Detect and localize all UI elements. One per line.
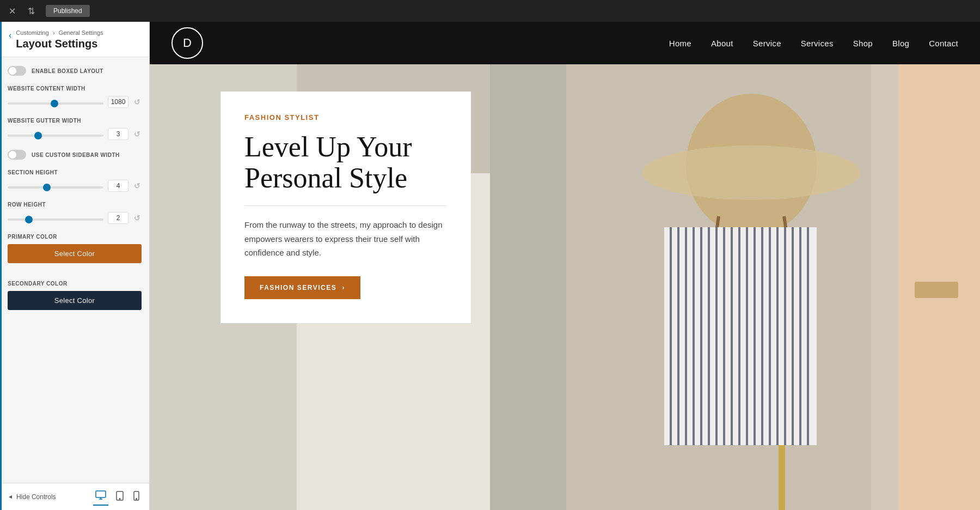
sidebar-header-text: Customizing › General Settings Layout Se… [16, 29, 140, 50]
hero-title: Level Up Your Personal Style [244, 131, 447, 193]
desktop-icon [95, 490, 106, 500]
sidebar-active-indicator [0, 22, 2, 510]
content-width-slider-wrapper [8, 97, 103, 107]
breadcrumb-child: General Settings [59, 29, 103, 36]
svg-rect-29 [761, 227, 763, 445]
secondary-color-button[interactable]: Select Color [8, 291, 142, 310]
hide-controls-arrow-icon: ◄ [8, 494, 13, 500]
svg-rect-33 [792, 227, 794, 445]
enable-boxed-toggle[interactable] [8, 66, 26, 76]
primary-color-button[interactable]: Select Color [8, 244, 142, 263]
svg-rect-19 [685, 227, 687, 445]
svg-point-15 [642, 145, 860, 200]
secondary-color-label: SECONDARY COLOR [8, 281, 142, 287]
nav-blog[interactable]: Blog [892, 39, 909, 48]
svg-point-4 [119, 498, 120, 499]
content-width-label: WEBSITE CONTENT WIDTH [8, 86, 142, 92]
logo-letter: D [183, 36, 192, 50]
back-button[interactable]: ‹ [9, 31, 11, 40]
content-width-group: WEBSITE CONTENT WIDTH 1080 ↺ [8, 86, 142, 108]
row-height-label: ROW HEIGHT [8, 202, 142, 208]
enable-boxed-label: ENABLE BOXED LAYOUT [32, 68, 103, 74]
sidebar-panel: ‹ Customizing › General Settings Layout … [0, 22, 150, 510]
nav-contact[interactable]: Contact [929, 39, 958, 48]
nav-shop[interactable]: Shop [853, 39, 873, 48]
custom-sidebar-label: USE CUSTOM SIDEBAR WIDTH [32, 152, 120, 158]
gutter-width-input[interactable]: 3 [108, 128, 128, 140]
secondary-color-group: SECONDARY COLOR Select Color [8, 281, 142, 318]
row-height-input[interactable]: 2 [108, 212, 128, 224]
desktop-view-button[interactable] [93, 488, 108, 506]
row-height-group: ROW HEIGHT 2 ↺ [8, 202, 142, 224]
content-width-input[interactable]: 1080 [108, 96, 128, 108]
svg-rect-24 [723, 227, 725, 445]
sidebar-content: ENABLE BOXED LAYOUT WEBSITE CONTENT WIDT… [0, 57, 149, 483]
svg-rect-25 [731, 227, 733, 445]
hero-title-line2: Personal Style [244, 162, 407, 193]
sidebar-bottom-bar: ◄ Hide Controls [0, 483, 149, 510]
primary-color-label: PRIMARY COLOR [8, 234, 142, 240]
row-height-slider-wrapper [8, 213, 103, 223]
hero-card: FASHION STYLIST Level Up Your Personal S… [220, 92, 471, 323]
arrows-button[interactable]: ⇅ [24, 4, 38, 19]
hero-divider [244, 205, 447, 206]
section-height-input[interactable]: 4 [108, 180, 128, 192]
hero-photo-area [490, 64, 980, 510]
gutter-width-slider-row: 3 ↺ [8, 128, 142, 140]
site-logo: D [171, 27, 203, 59]
sidebar-header: ‹ Customizing › General Settings Layout … [0, 22, 149, 57]
section-height-label: SECTION HEIGHT [8, 169, 142, 175]
published-button[interactable]: Published [46, 5, 90, 17]
section-height-slider[interactable] [8, 186, 103, 189]
page-title: Layout Settings [16, 38, 140, 50]
custom-sidebar-toggle-row: USE CUSTOM SIDEBAR WIDTH [8, 150, 142, 160]
nav-service[interactable]: Service [753, 39, 781, 48]
primary-color-group: PRIMARY COLOR Select Color [8, 234, 142, 271]
hero-title-line1: Level Up Your [244, 131, 412, 162]
breadcrumb: Customizing › General Settings [16, 29, 140, 36]
nav-services[interactable]: Services [801, 39, 834, 48]
gutter-width-reset[interactable]: ↺ [133, 130, 142, 138]
svg-rect-23 [715, 227, 718, 445]
hero-image-svg [490, 64, 980, 510]
svg-rect-22 [708, 227, 710, 445]
gutter-width-slider[interactable] [8, 135, 103, 137]
content-width-reset[interactable]: ↺ [133, 98, 142, 106]
content-width-slider-row: 1080 ↺ [8, 96, 142, 108]
nav-about[interactable]: About [711, 39, 733, 48]
site-nav: Home About Service Services Shop Blog Co… [669, 39, 958, 48]
svg-rect-32 [784, 227, 786, 445]
nav-home[interactable]: Home [669, 39, 691, 48]
tablet-icon [116, 491, 124, 501]
site-navbar: D Home About Service Services Shop Blog … [150, 22, 980, 64]
gutter-width-label: WEBSITE GUTTER WIDTH [8, 118, 142, 124]
svg-rect-35 [807, 227, 809, 445]
row-height-slider-row: 2 ↺ [8, 212, 142, 224]
gutter-width-group: WEBSITE GUTTER WIDTH 3 ↺ [8, 118, 142, 140]
close-button[interactable]: ✕ [5, 4, 19, 19]
breadcrumb-parent: Customizing [16, 29, 49, 36]
view-icons-group [93, 488, 142, 506]
hero-cta-button[interactable]: FASHION SERVICES › [244, 276, 360, 299]
section-height-slider-wrapper [8, 181, 103, 191]
hero-section: FASHION STYLIST Level Up Your Personal S… [150, 64, 980, 510]
svg-rect-30 [769, 227, 771, 445]
content-width-slider[interactable] [8, 102, 103, 105]
breadcrumb-sep: › [53, 29, 55, 36]
enable-boxed-toggle-row: ENABLE BOXED LAYOUT [8, 66, 142, 76]
row-height-reset[interactable]: ↺ [133, 214, 142, 222]
svg-rect-28 [754, 227, 756, 445]
section-height-reset[interactable]: ↺ [133, 181, 142, 190]
hero-description: From the runway to the streets, my appro… [244, 218, 447, 260]
row-height-slider[interactable] [8, 218, 103, 221]
tablet-view-button[interactable] [114, 488, 126, 506]
custom-sidebar-toggle[interactable] [8, 150, 26, 160]
svg-rect-27 [746, 227, 748, 445]
mobile-icon [133, 491, 139, 501]
svg-rect-34 [799, 227, 801, 445]
svg-rect-21 [700, 227, 702, 445]
top-bar: ✕ ⇅ Published [0, 0, 980, 22]
hide-controls-button[interactable]: ◄ Hide Controls [8, 493, 56, 501]
section-height-slider-row: 4 ↺ [8, 180, 142, 192]
mobile-view-button[interactable] [131, 488, 142, 506]
